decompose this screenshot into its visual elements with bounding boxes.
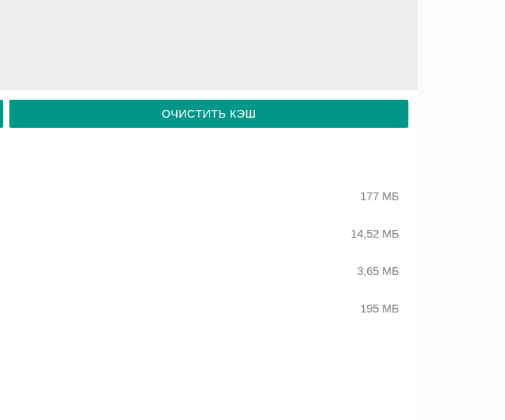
clear-cache-button[interactable]: ОЧИСТИТЬ КЭШ — [9, 100, 408, 128]
storage-value: 177 МБ — [360, 190, 399, 203]
storage-row: 14,52 МБ — [0, 215, 399, 252]
storage-values-list: 177 МБ 14,52 МБ 3,65 МБ 195 МБ — [0, 178, 399, 327]
storage-row: 177 МБ — [0, 178, 399, 215]
header-panel — [0, 0, 418, 90]
right-gutter — [418, 0, 505, 420]
storage-value: 195 МБ — [360, 302, 399, 315]
storage-value: 3,65 МБ — [357, 265, 399, 277]
storage-settings-panel: ОЧИСТИТЬ КЭШ 177 МБ 14,52 МБ 3,65 МБ 195… — [0, 0, 505, 420]
adjacent-button-sliver[interactable] — [0, 100, 3, 128]
storage-value: 14,52 МБ — [351, 228, 399, 240]
storage-row: 195 МБ — [0, 290, 399, 327]
storage-row: 3,65 МБ — [0, 252, 399, 290]
